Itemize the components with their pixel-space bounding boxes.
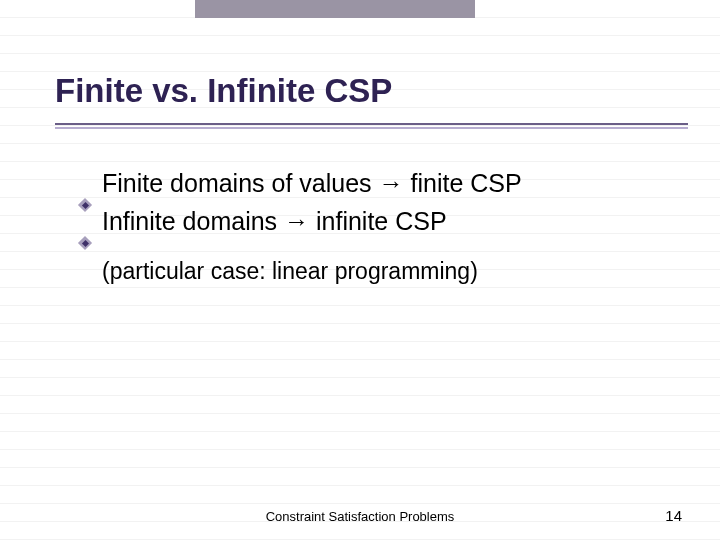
bullet-prefix: Finite domains of values bbox=[102, 169, 379, 197]
arrow-icon: → bbox=[379, 169, 404, 197]
footer-center-text: Constraint Satisfaction Problems bbox=[0, 509, 720, 524]
bullet-item: Infinite domains → infinite CSP bbox=[80, 203, 660, 239]
slide: Finite vs. Infinite CSP Finite domains o… bbox=[0, 0, 720, 540]
rule-light bbox=[55, 127, 688, 129]
bullet-suffix: finite CSP bbox=[404, 169, 522, 197]
bullet-text: Infinite domains → infinite CSP bbox=[102, 203, 660, 239]
bullet-prefix: Infinite domains bbox=[102, 207, 284, 235]
bullet-text: Finite domains of values → finite CSP bbox=[102, 165, 660, 201]
sub-note: (particular case: linear programming) bbox=[102, 258, 660, 285]
arrow-icon: → bbox=[284, 207, 309, 235]
top-decorative-bar bbox=[195, 0, 475, 18]
title-area: Finite vs. Infinite CSP bbox=[55, 72, 680, 110]
page-number: 14 bbox=[665, 507, 682, 524]
slide-title: Finite vs. Infinite CSP bbox=[55, 72, 680, 110]
rule-dark bbox=[55, 123, 688, 125]
bullet-item: Finite domains of values → finite CSP bbox=[80, 165, 660, 201]
bullet-suffix: infinite CSP bbox=[309, 207, 447, 235]
title-underline bbox=[55, 123, 688, 129]
body-area: Finite domains of values → finite CSP In… bbox=[80, 165, 660, 285]
